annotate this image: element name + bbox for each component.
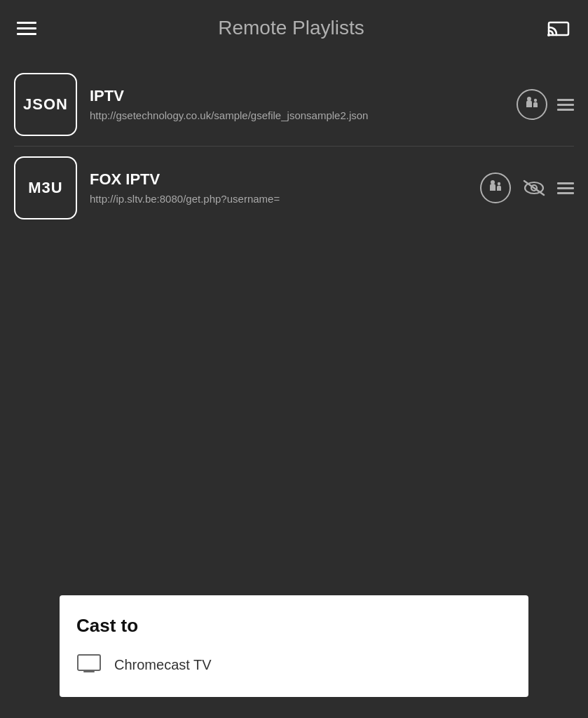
cast-panel-title: Cast to <box>76 615 512 637</box>
playlist-name: IPTV <box>90 87 504 105</box>
app-header: Remote Playlists <box>0 0 588 56</box>
playlist-item: JSON IPTV http://gsetechnology.co.uk/sam… <box>0 63 588 146</box>
playlist-url: http://gsetechnology.co.uk/sample/gsefil… <box>90 108 504 123</box>
svg-rect-9 <box>78 655 100 670</box>
playlist-item: M3U FOX IPTV http://ip.sltv.be:8080/get.… <box>0 147 588 229</box>
playlist-badge-text: JSON <box>23 95 68 114</box>
cast-device-name: Chromecast TV <box>114 657 212 673</box>
playlist-info-iptv: IPTV http://gsetechnology.co.uk/sample/g… <box>90 87 504 123</box>
cast-device-item[interactable]: Chromecast TV <box>76 652 512 677</box>
cast-button[interactable] <box>546 15 571 41</box>
hamburger-menu-button[interactable] <box>17 22 36 35</box>
tv-icon <box>76 652 102 677</box>
playlist-name: FOX IPTV <box>90 170 467 189</box>
playlist-actions-iptv <box>517 89 574 120</box>
parental-control-button[interactable] <box>517 89 547 120</box>
playlist-list: JSON IPTV http://gsetechnology.co.uk/sam… <box>0 56 588 236</box>
playlist-menu-button[interactable] <box>557 182 574 194</box>
playlist-actions-fox <box>480 172 574 203</box>
playlist-info-fox: FOX IPTV http://ip.sltv.be:8080/get.php?… <box>90 170 467 206</box>
page-title: Remote Playlists <box>218 17 364 39</box>
playlist-menu-button[interactable] <box>557 99 574 111</box>
svg-point-1 <box>547 34 550 36</box>
visibility-toggle-button[interactable] <box>521 175 547 201</box>
playlist-badge-m3u: M3U <box>14 156 77 219</box>
playlist-url: http://ip.sltv.be:8080/get.php?username= <box>90 191 467 206</box>
svg-point-5 <box>498 182 500 185</box>
cast-panel: Cast to Chromecast TV <box>60 595 528 697</box>
playlist-badge-text: M3U <box>28 179 62 197</box>
parental-control-button[interactable] <box>480 172 511 203</box>
playlist-badge-json: JSON <box>14 73 77 136</box>
svg-point-3 <box>534 99 537 102</box>
